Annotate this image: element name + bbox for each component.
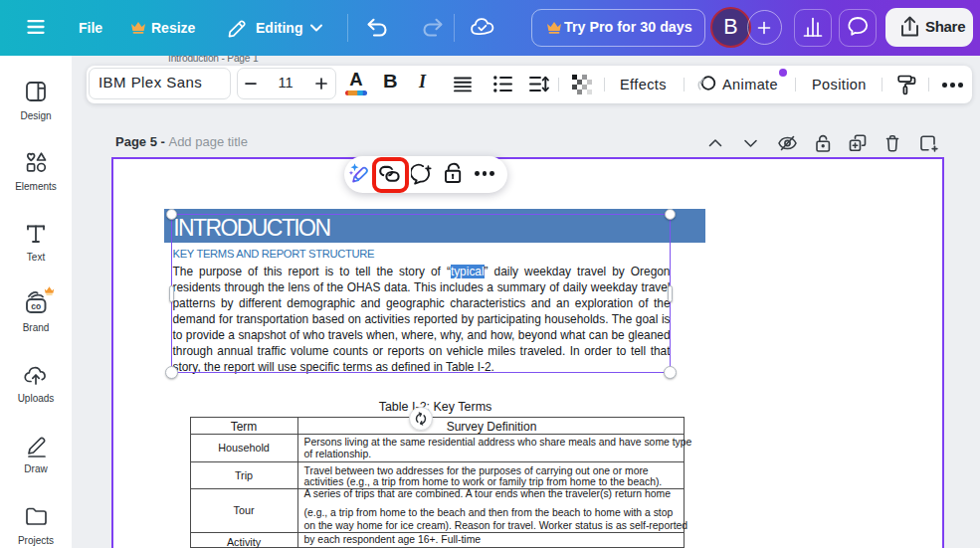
svg-text:co: co [31,301,41,311]
